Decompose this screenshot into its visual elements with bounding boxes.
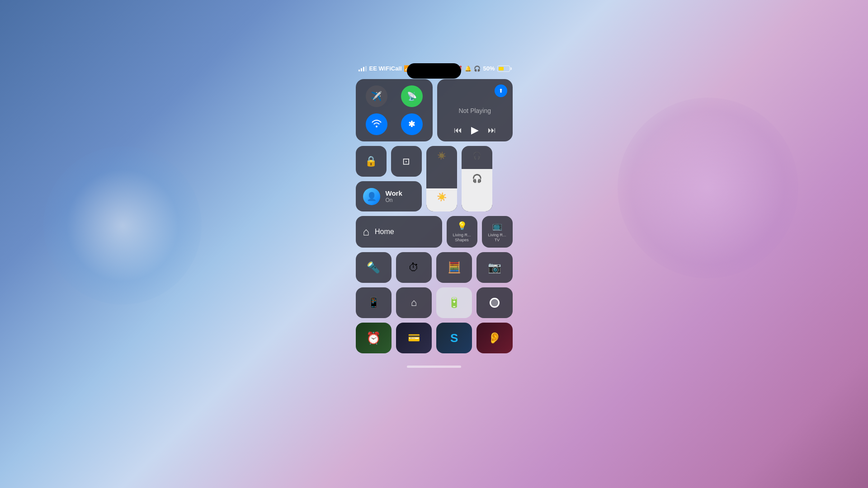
shazam-icon: S [450, 331, 458, 345]
home-app-button[interactable]: ⌂ [396, 287, 432, 318]
phone-container: EE WiFiCall 📶 ⏰ 🔔 🎧 50% ✈️ [349, 59, 519, 429]
record-icon [490, 298, 500, 308]
wallet-icon: 💳 [408, 332, 420, 344]
signal-bar-3 [363, 67, 364, 71]
cellular-button[interactable]: 📡 [401, 85, 423, 107]
airplane-icon: ✈️ [371, 91, 382, 102]
signal-bars [359, 66, 367, 71]
signal-bar-1 [359, 70, 360, 71]
now-playing-panel: ⬆ Not Playing ⏮ ▶ ⏭ [437, 79, 513, 141]
flashlight-button[interactable]: 🔦 [356, 252, 392, 283]
row-controls: 🔒 ⊡ 👤 Work On [356, 146, 513, 211]
focus-status: On [386, 197, 402, 203]
battery-fill [499, 67, 504, 70]
living-room-tv-button[interactable]: 📺 Living R...TV [482, 216, 513, 248]
brightness-top-icon: ☀️ [437, 151, 446, 160]
hearing-button[interactable]: 👂 [476, 323, 512, 353]
play-button[interactable]: ▶ [471, 124, 479, 136]
focus-icon: 👤 [363, 188, 380, 205]
camera-icon: 📷 [488, 261, 501, 274]
row-app-shortcuts-1: 📱 ⌂ 🔋 [356, 287, 513, 318]
hearing-icon: 👂 [488, 332, 501, 344]
brightness-fill: ☀️ [426, 188, 457, 211]
signal-bar-4 [365, 66, 367, 71]
control-center: ✈️ 📡 [349, 75, 519, 360]
shapes-light-label: Living R...Shapes [453, 233, 471, 243]
bluetooth-icon: ✱ [408, 119, 415, 129]
cellular-icon: 📡 [407, 91, 417, 101]
airplane-mode-button[interactable]: ✈️ [366, 85, 387, 107]
screen-mirror-button[interactable]: ⊡ [391, 146, 422, 177]
focus-person-icon: 👤 [367, 192, 377, 202]
calculator-icon: 🧮 [448, 261, 461, 274]
home-indicator [349, 360, 519, 373]
home-button[interactable]: ⌂ Home [356, 216, 442, 248]
remote-button[interactable]: 📱 [356, 287, 392, 318]
screen-record-button[interactable] [476, 287, 512, 318]
brightness-bottom-icon: ☀️ [437, 192, 447, 202]
brightness-slider[interactable]: ☀️ ☀️ [426, 146, 457, 211]
wifi-button[interactable] [366, 113, 387, 135]
focus-text: Work On [386, 189, 402, 203]
background-glow-right [618, 98, 798, 278]
wallet-button[interactable]: 💳 [396, 323, 432, 353]
battery-container [497, 66, 510, 72]
airplay-button[interactable]: ⬆ [495, 84, 507, 97]
camera-button[interactable]: 📷 [476, 252, 512, 283]
home-icon: ⌂ [363, 225, 370, 238]
row-quick-actions: 🔦 ⏱ 🧮 📷 [356, 252, 513, 283]
screen-mirror-icon: ⊡ [402, 156, 410, 167]
focus-title: Work [386, 189, 402, 197]
focus-button[interactable]: 👤 Work On [356, 181, 422, 211]
battery-percent: 50% [483, 65, 495, 72]
fast-forward-button[interactable]: ⏭ [488, 126, 496, 135]
wifi-ctrl-icon [372, 119, 382, 130]
remote-icon: 📱 [368, 297, 380, 309]
dynamic-island [407, 63, 461, 79]
living-room-shapes-button[interactable]: 💡 Living R...Shapes [447, 216, 477, 248]
low-power-icon: 🔋 [448, 297, 460, 309]
rewind-button[interactable]: ⏮ [454, 126, 462, 135]
battery [497, 66, 510, 72]
bluetooth-button[interactable]: ✱ [401, 113, 423, 135]
row-home: ⌂ Home 💡 Living R...Shapes 📺 Living R...… [356, 216, 513, 248]
now-playing-top: ⬆ [443, 84, 507, 97]
flashlight-icon: 🔦 [367, 261, 380, 274]
tv-light-icon: 📺 [492, 221, 502, 231]
home-label: Home [375, 228, 394, 236]
clock-button[interactable]: ⏰ [356, 323, 392, 353]
timer-button[interactable]: ⏱ [396, 252, 432, 283]
small-buttons-row: 🔒 ⊡ [356, 146, 422, 177]
connectivity-panel: ✈️ 📡 [356, 79, 433, 141]
carrier-label: EE WiFiCall [369, 65, 402, 72]
volume-bottom-icon: 🎧 [472, 174, 482, 183]
volume-top-icon: 🎧 [472, 151, 481, 160]
volume-fill: 🎧 [462, 169, 492, 211]
background-glow-left [43, 146, 202, 305]
shazam-button[interactable]: S [436, 323, 472, 353]
playback-controls: ⏮ ▶ ⏭ [443, 124, 507, 136]
airplay-icon: ⬆ [499, 88, 503, 94]
low-power-button[interactable]: 🔋 [436, 287, 472, 318]
calculator-button[interactable]: 🧮 [436, 252, 472, 283]
sliders-container: ☀️ ☀️ 🎧 🎧 [426, 146, 492, 211]
now-playing-label: Not Playing [443, 107, 507, 114]
row-connectivity-nowplaying: ✈️ 📡 [356, 79, 513, 141]
status-right: ⏰ 🔔 🎧 50% [456, 65, 509, 72]
tv-light-label: Living R...TV [488, 233, 506, 243]
home-app-icon: ⌂ [411, 297, 417, 309]
screen-lock-button[interactable]: 🔒 [356, 146, 387, 177]
row-app-shortcuts-2: ⏰ 💳 S 👂 [356, 323, 513, 353]
volume-slider[interactable]: 🎧 🎧 [462, 146, 492, 211]
screen-lock-icon: 🔒 [365, 155, 377, 167]
status-left: EE WiFiCall 📶 [359, 65, 411, 72]
signal-bar-2 [361, 68, 362, 71]
shapes-light-icon: 💡 [457, 221, 467, 231]
controls-left: 🔒 ⊡ 👤 Work On [356, 146, 422, 211]
timer-icon: ⏱ [408, 261, 419, 274]
home-bar [407, 366, 461, 368]
headphone-icon: 🎧 [474, 66, 481, 72]
silent-icon: 🔔 [465, 66, 472, 72]
clock-icon: ⏰ [366, 331, 381, 345]
